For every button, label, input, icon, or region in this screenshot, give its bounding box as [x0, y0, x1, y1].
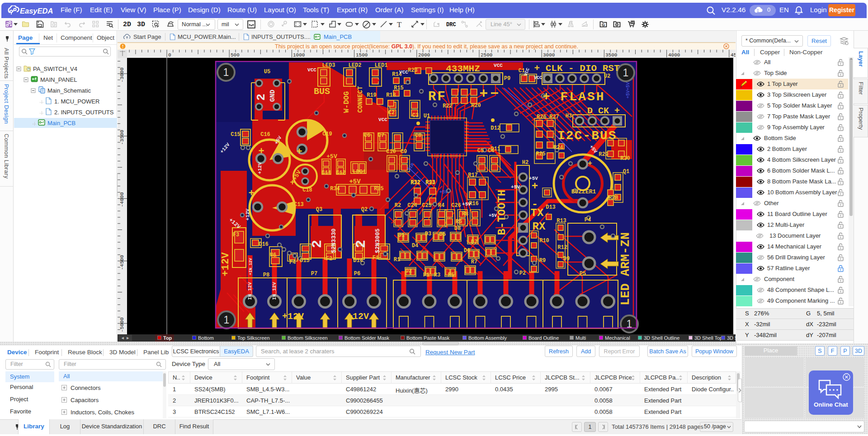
svg-text:2: 2 [354, 240, 369, 248]
svg-text:RX: RX [533, 220, 546, 233]
svg-text:F4: F4 [289, 259, 296, 266]
svg-text:+12V: +12V [220, 252, 231, 277]
svg-text:+ CLK - DIO RST: + CLK - DIO RST [534, 63, 619, 74]
svg-text:VCC: VCC [399, 70, 408, 75]
svg-text:R25: R25 [536, 151, 546, 157]
svg-text:GND: GND [269, 89, 277, 102]
svg-text:BUZZER1: BUZZER1 [571, 188, 596, 195]
svg-text:B-TOOTH: B-TOOTH [496, 190, 508, 235]
svg-text:R18: R18 [386, 92, 396, 98]
svg-text:D9: D9 [563, 256, 570, 262]
svg-text:-: - [532, 198, 538, 211]
svg-text:D5: D5 [439, 231, 446, 238]
svg-text:D3: D3 [425, 231, 431, 237]
svg-text:D16: D16 [259, 241, 269, 248]
svg-text:+ FLASH: + FLASH [542, 90, 605, 104]
svg-text:C10: C10 [386, 149, 396, 155]
svg-text:+12V: +12V [257, 162, 263, 174]
svg-text:- D CK +: - D CK + [576, 106, 620, 116]
svg-text:VCC: VCC [378, 117, 387, 122]
svg-text:1: 1 [224, 314, 230, 326]
svg-text:P2: P2 [519, 270, 526, 277]
svg-text:D2: D2 [406, 268, 412, 274]
svg-text:D7: D7 [471, 239, 477, 245]
svg-text:-3000: -3000 [119, 67, 125, 82]
svg-text:R6: R6 [456, 219, 462, 225]
svg-text:I2C-BUS: I2C-BUS [557, 129, 617, 143]
svg-text:R24: R24 [553, 145, 563, 151]
svg-text:BUS: BUS [314, 86, 330, 97]
svg-text:R35: R35 [374, 186, 384, 192]
svg-text:U6: U6 [270, 252, 276, 258]
svg-text:+IN_12V: +IN_12V [249, 258, 253, 275]
svg-text:P5: P5 [580, 271, 586, 277]
svg-text:3500: 3500 [605, 52, 617, 58]
svg-text:D8: D8 [454, 225, 461, 232]
svg-text:2: 2 [255, 94, 268, 101]
svg-text:F3: F3 [233, 232, 239, 238]
svg-text:LED1: LED1 [375, 62, 388, 69]
svg-text:VCC: VCC [494, 63, 503, 68]
svg-text:C19: C19 [322, 131, 332, 137]
svg-text:R23: R23 [408, 67, 418, 74]
svg-text:LED ARM-ZN: LED ARM-ZN [619, 232, 632, 305]
svg-text:Q2: Q2 [361, 206, 368, 213]
svg-text:Q3: Q3 [316, 206, 322, 213]
svg-text:U1: U1 [424, 113, 430, 119]
svg-text:Q1: Q1 [623, 169, 629, 175]
svg-text:4500: 4500 [731, 52, 736, 58]
svg-text:D11: D11 [491, 146, 500, 152]
svg-text:+: + [258, 146, 264, 157]
svg-text:+5V: +5V [462, 202, 471, 207]
svg-text:RF: RF [428, 89, 447, 104]
svg-text:$2N3005: $2N3005 [374, 228, 381, 253]
svg-text:500: 500 [231, 52, 240, 58]
svg-text:R4: R4 [438, 202, 444, 209]
svg-text:+5V+5V: +5V+5V [626, 82, 631, 98]
svg-text:IN_12V: IN_12V [272, 282, 277, 300]
svg-text:H3: H3 [566, 113, 572, 119]
svg-text:+5V: +5V [489, 213, 497, 218]
svg-text:R5: R5 [448, 272, 454, 278]
svg-text:+5V: +5V [439, 190, 448, 195]
svg-text:H2: H2 [522, 159, 528, 166]
svg-text:+: + [532, 180, 538, 192]
svg-text:R8: R8 [462, 211, 468, 217]
svg-text:C16: C16 [260, 131, 270, 138]
svg-text:VCC: VCC [307, 67, 316, 73]
svg-text:LDO1: LDO1 [353, 169, 366, 175]
svg-text:R15: R15 [394, 85, 404, 91]
svg-text:+5V: +5V [529, 176, 538, 181]
svg-text:+12V: +12V [347, 311, 369, 322]
svg-text:C11: C11 [321, 170, 331, 176]
svg-text:R7: R7 [471, 259, 477, 265]
svg-text:R13: R13 [557, 218, 566, 224]
svg-text:F2: F2 [326, 256, 332, 262]
svg-text:$2N3330: $2N3330 [330, 228, 337, 253]
svg-text:C18: C18 [302, 187, 312, 193]
svg-text:2: 2 [310, 240, 325, 248]
svg-text:R34: R34 [330, 186, 340, 192]
svg-text:2000: 2000 [418, 52, 430, 58]
svg-text:1000: 1000 [293, 52, 305, 58]
svg-text:C3: C3 [412, 113, 419, 119]
svg-text:C2: C2 [388, 110, 395, 116]
svg-text:P6: P6 [354, 271, 360, 277]
svg-text:W-DOG: W-DOG [343, 91, 351, 113]
svg-text:+: + [588, 159, 592, 168]
svg-text:LED3: LED3 [322, 62, 335, 69]
svg-text:-4500: -4500 [119, 255, 125, 270]
svg-text:+: + [248, 188, 254, 199]
svg-text:C5: C5 [477, 148, 484, 154]
svg-text:D12: D12 [491, 125, 500, 131]
svg-text:+5V: +5V [511, 184, 520, 190]
svg-text:C8: C8 [415, 132, 421, 139]
svg-text:1500: 1500 [356, 52, 368, 58]
svg-text:D1: D1 [398, 232, 405, 239]
svg-text:LED2: LED2 [349, 62, 362, 69]
svg-text:R9: R9 [539, 258, 546, 264]
svg-text:CONNECT: CONNECT [357, 86, 364, 113]
svg-text:EasyEDA: EasyEDA [20, 7, 53, 15]
svg-text:P4: P4 [585, 217, 591, 223]
svg-text:D15: D15 [300, 258, 310, 264]
